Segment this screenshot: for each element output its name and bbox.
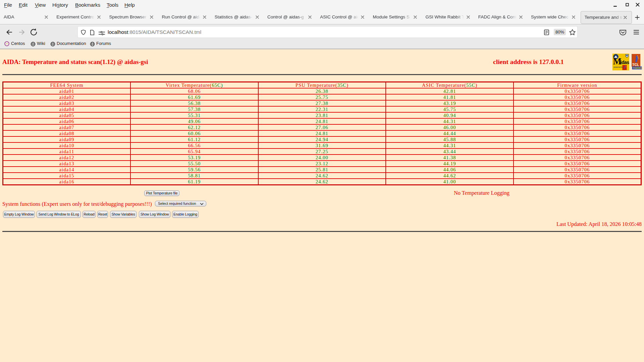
svg-text:POWERED: POWERED [633, 67, 642, 69]
svg-text:TCL: TCL [632, 63, 639, 67]
svg-text:powered by: powered by [614, 66, 623, 68]
svg-text:idas: idas [621, 60, 630, 65]
